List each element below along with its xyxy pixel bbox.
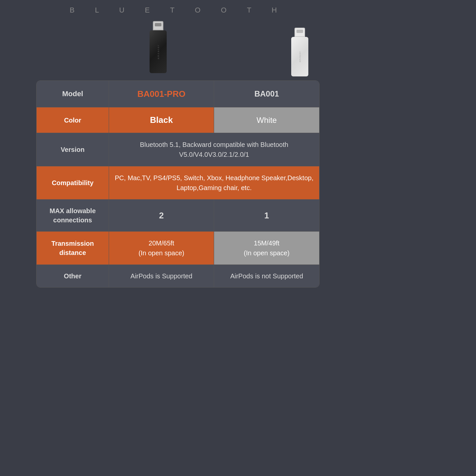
other-label-cell: Other xyxy=(37,265,109,287)
trans-val1: 20M/65ft (In open space) xyxy=(139,238,184,258)
product-images-row: amzacer amzacer xyxy=(36,14,320,80)
model-label-cell: Model xyxy=(37,81,109,107)
usb-black-connector xyxy=(153,21,163,30)
model-pro-cell: BA001-PRO xyxy=(109,81,214,107)
header-row: Model BA001-PRO BA001 xyxy=(37,81,319,107)
other-label: Other xyxy=(64,271,81,281)
comparison-table: Model BA001-PRO BA001 Color Black White … xyxy=(36,80,320,288)
trans-row: Transmission distance 20M/65ft (In open … xyxy=(37,232,319,265)
version-row: Version Bluetooth 5.1, Backward compatib… xyxy=(37,133,319,166)
model-basic-name: BA001 xyxy=(254,88,279,99)
usb-white-image: amzacer xyxy=(287,28,313,80)
version-content-cell: Bluetooth 5.1, Backward compatible with … xyxy=(109,133,319,166)
trans-val1-cell: 20M/65ft (In open space) xyxy=(109,232,214,265)
usb-white-connector xyxy=(294,28,305,37)
version-label: Version xyxy=(61,145,84,154)
max-val1-cell: 2 xyxy=(109,200,214,231)
model-pro-name: BA001-PRO xyxy=(137,88,185,100)
model-label: Model xyxy=(62,89,83,99)
model-basic-cell: BA001 xyxy=(214,81,319,107)
version-content: Bluetooth 5.1, Backward compatible with … xyxy=(114,140,314,159)
other-val1-cell: AirPods is Supported xyxy=(109,265,214,287)
compat-content-cell: PC, Mac,TV, PS4/PS5, Switch, Xbox, Headp… xyxy=(109,166,319,199)
max-row: MAX allowable connections 2 1 xyxy=(37,200,319,232)
color-row: Color Black White xyxy=(37,107,319,133)
trans-val2-cell: 15M/49ft (In open space) xyxy=(214,232,319,265)
compat-label: Compatibility xyxy=(52,178,94,187)
other-row: Other AirPods is Supported AirPods is no… xyxy=(37,265,319,287)
version-label-cell: Version xyxy=(37,133,109,166)
usb-white-brand: amzacer xyxy=(299,51,301,62)
usb-black-image: amzacer xyxy=(145,21,171,80)
compat-content: PC, Mac,TV, PS4/PS5, Switch, Xbox, Headp… xyxy=(114,173,314,193)
color-white-value: White xyxy=(257,115,277,126)
max-val1: 2 xyxy=(159,210,164,221)
color-black-cell: Black xyxy=(109,107,214,132)
max-val2: 1 xyxy=(264,210,269,221)
color-black-value: Black xyxy=(150,114,173,126)
color-white-cell: White xyxy=(214,107,319,132)
max-val2-cell: 1 xyxy=(214,200,319,231)
color-label-cell: Color xyxy=(37,107,109,132)
trans-label-cell: Transmission distance xyxy=(37,232,109,265)
other-val2-cell: AirPods is not Supported xyxy=(214,265,319,287)
max-label: MAX allowable connections xyxy=(42,206,103,225)
max-label-cell: MAX allowable connections xyxy=(37,200,109,231)
usb-black-body: amzacer xyxy=(150,30,167,73)
compat-label-cell: Compatibility xyxy=(37,166,109,199)
bluetooth-header: B l u e t o o t h xyxy=(0,0,356,14)
trans-val2: 15M/49ft (In open space) xyxy=(244,238,290,258)
trans-label: Transmission distance xyxy=(42,239,103,257)
color-label: Color xyxy=(64,116,81,125)
other-val1: AirPods is Supported xyxy=(130,271,192,281)
usb-white-body: amzacer xyxy=(291,37,308,76)
compat-row: Compatibility PC, Mac,TV, PS4/PS5, Switc… xyxy=(37,166,319,200)
other-val2: AirPods is not Supported xyxy=(230,271,303,281)
usb-black-brand: amzacer xyxy=(157,44,160,59)
